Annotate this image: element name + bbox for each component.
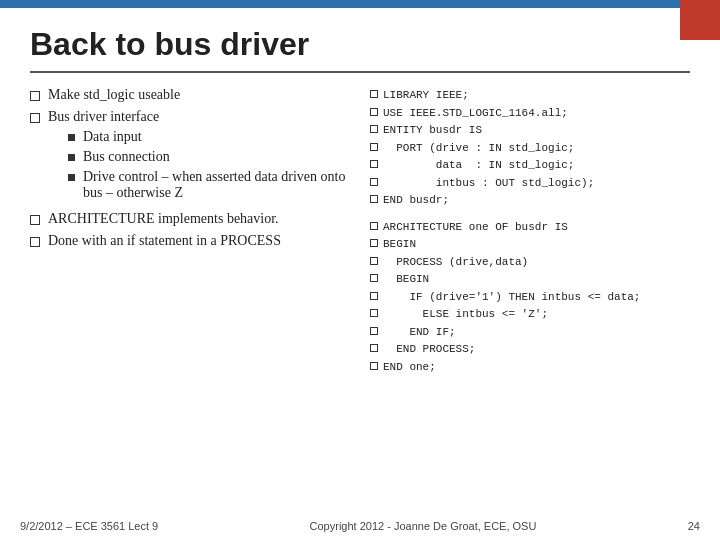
code-sq-icon bbox=[370, 309, 378, 317]
code-sq-icon bbox=[370, 125, 378, 133]
code-sq-icon bbox=[370, 239, 378, 247]
code-sq-icon bbox=[370, 108, 378, 116]
code-text: data : IN std_logic; bbox=[383, 157, 574, 174]
code-line: END one; bbox=[370, 359, 690, 376]
footer-right: 24 bbox=[688, 520, 700, 532]
bullet-text: Bus driver interface bbox=[48, 109, 159, 124]
bullet-text: Make std_logic useable bbox=[48, 87, 180, 103]
code-sq-icon bbox=[370, 195, 378, 203]
main-area: Make std_logic useable Bus driver interf… bbox=[30, 87, 690, 385]
code-text: ENTITY busdr IS bbox=[383, 122, 482, 139]
code-sq-icon bbox=[370, 362, 378, 370]
sub-text: Drive control – when asserted data drive… bbox=[83, 169, 360, 201]
list-item: ARCHITECTURE implements behavior. bbox=[30, 211, 360, 227]
code-line: data : IN std_logic; bbox=[370, 157, 690, 174]
slide-title: Back to bus driver bbox=[30, 26, 690, 63]
right-column: LIBRARY IEEE; USE IEEE.STD_LOGIC_1164.al… bbox=[370, 87, 690, 385]
content: Back to bus driver Make std_logic useabl… bbox=[0, 8, 720, 395]
list-item: Bus driver interface Data input Bus conn… bbox=[30, 109, 360, 205]
code-text: ELSE intbus <= 'Z'; bbox=[383, 306, 548, 323]
top-bar bbox=[0, 0, 720, 8]
code-line: END IF; bbox=[370, 324, 690, 341]
bullet-text: ARCHITECTURE implements behavior. bbox=[48, 211, 279, 227]
code-sq-icon bbox=[370, 90, 378, 98]
code-line: END PROCESS; bbox=[370, 341, 690, 358]
code-sq-icon bbox=[370, 222, 378, 230]
sub-list: Data input Bus connection Drive control … bbox=[48, 129, 360, 201]
footer-left: 9/2/2012 – ECE 3561 Lect 9 bbox=[20, 520, 158, 532]
bullet-square-icon bbox=[30, 237, 40, 247]
code-sq-icon bbox=[370, 257, 378, 265]
code-text: END PROCESS; bbox=[383, 341, 475, 358]
code-line: USE IEEE.STD_LOGIC_1164.all; bbox=[370, 105, 690, 122]
code-line: END busdr; bbox=[370, 192, 690, 209]
code-line: BEGIN bbox=[370, 236, 690, 253]
code-sq-icon bbox=[370, 327, 378, 335]
left-column: Make std_logic useable Bus driver interf… bbox=[30, 87, 360, 385]
code-line: PORT (drive : IN std_logic; bbox=[370, 140, 690, 157]
code-sq-icon bbox=[370, 274, 378, 282]
list-item: Make std_logic useable bbox=[30, 87, 360, 103]
code-line: ENTITY busdr IS bbox=[370, 122, 690, 139]
bullet-square-icon bbox=[30, 91, 40, 101]
code-section-2: ARCHITECTURE one OF busdr IS BEGIN PROCE… bbox=[370, 219, 690, 376]
code-line: intbus : OUT std_logic); bbox=[370, 175, 690, 192]
code-text: BEGIN bbox=[383, 271, 429, 288]
corner-accent bbox=[680, 0, 720, 40]
code-sq-icon bbox=[370, 344, 378, 352]
footer: 9/2/2012 – ECE 3561 Lect 9 Copyright 201… bbox=[0, 520, 720, 532]
bullet-with-sub: Bus driver interface Data input Bus conn… bbox=[48, 109, 360, 205]
code-line: LIBRARY IEEE; bbox=[370, 87, 690, 104]
code-line: ELSE intbus <= 'Z'; bbox=[370, 306, 690, 323]
code-line: BEGIN bbox=[370, 271, 690, 288]
footer-center: Copyright 2012 - Joanne De Groat, ECE, O… bbox=[158, 520, 688, 532]
sub-text: Bus connection bbox=[83, 149, 170, 165]
code-text: END IF; bbox=[383, 324, 456, 341]
code-line: ARCHITECTURE one OF busdr IS bbox=[370, 219, 690, 236]
bullet-text: Done with an if statement in a PROCESS bbox=[48, 233, 281, 249]
code-text: PROCESS (drive,data) bbox=[383, 254, 528, 271]
code-text: PORT (drive : IN std_logic; bbox=[383, 140, 574, 157]
code-text: intbus : OUT std_logic); bbox=[383, 175, 594, 192]
code-line: PROCESS (drive,data) bbox=[370, 254, 690, 271]
code-text: BEGIN bbox=[383, 236, 416, 253]
bullet-square-icon bbox=[30, 215, 40, 225]
bullet-list: Make std_logic useable Bus driver interf… bbox=[30, 87, 360, 249]
code-text: END one; bbox=[383, 359, 436, 376]
code-section-1: LIBRARY IEEE; USE IEEE.STD_LOGIC_1164.al… bbox=[370, 87, 690, 209]
list-item: Done with an if statement in a PROCESS bbox=[30, 233, 360, 249]
sub-text: Data input bbox=[83, 129, 142, 145]
code-sq-icon bbox=[370, 143, 378, 151]
divider bbox=[30, 71, 690, 73]
sub-bullet-icon bbox=[68, 154, 75, 161]
sub-list-item: Data input bbox=[68, 129, 360, 145]
code-text: LIBRARY IEEE; bbox=[383, 87, 469, 104]
code-text: ARCHITECTURE one OF busdr IS bbox=[383, 219, 568, 236]
code-line: IF (drive='1') THEN intbus <= data; bbox=[370, 289, 690, 306]
sub-bullet-icon bbox=[68, 134, 75, 141]
code-sq-icon bbox=[370, 178, 378, 186]
sub-list-item: Drive control – when asserted data drive… bbox=[68, 169, 360, 201]
code-sq-icon bbox=[370, 160, 378, 168]
code-text: USE IEEE.STD_LOGIC_1164.all; bbox=[383, 105, 568, 122]
sub-list-item: Bus connection bbox=[68, 149, 360, 165]
bullet-square-icon bbox=[30, 113, 40, 123]
code-sq-icon bbox=[370, 292, 378, 300]
slide: Back to bus driver Make std_logic useabl… bbox=[0, 0, 720, 540]
code-text: END busdr; bbox=[383, 192, 449, 209]
sub-bullet-icon bbox=[68, 174, 75, 181]
code-text: IF (drive='1') THEN intbus <= data; bbox=[383, 289, 640, 306]
